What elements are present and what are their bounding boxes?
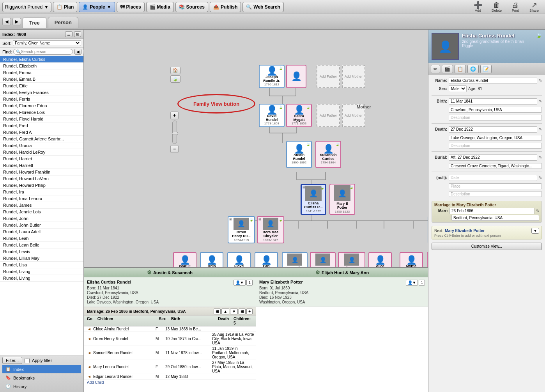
person-list-item[interactable]: Rundel, Gracia: [0, 142, 83, 149]
note-tool-btn[interactable]: 📝: [480, 65, 492, 73]
person-list-item[interactable]: Rundel, Howard LaVern: [0, 176, 83, 182]
next-dropdown-btn[interactable]: ▼: [531, 228, 539, 234]
websearch-btn[interactable]: 🔍 Web Search: [242, 2, 283, 12]
marr-place-value[interactable]: Bedford, Pennsylvania, USA: [451, 215, 539, 221]
person-list-item[interactable]: Rundel, Garnett Arlene Scarbr...: [0, 136, 83, 142]
person-list-item[interactable]: Rundel, Emma B: [0, 76, 83, 83]
child-go-btn[interactable]: ◄: [85, 327, 93, 331]
child-go-btn[interactable]: ◄: [85, 365, 93, 369]
left-person-count[interactable]: 1: [246, 280, 253, 286]
burial-edit-icon[interactable]: ✎: [539, 155, 542, 160]
person-list-item[interactable]: Rundel, Ferris: [0, 96, 83, 103]
child-go-btn[interactable]: ◄: [85, 351, 93, 355]
person-list-item[interactable]: Rundel, Laura Adell: [0, 229, 83, 235]
child-row[interactable]: ◄ Mary Lenora Rundel F 29 Oct 1880 in Io…: [84, 360, 256, 374]
node-unknown-f1[interactable]: 👤: [286, 65, 306, 88]
person-list-item[interactable]: Rundel, James: [0, 202, 83, 209]
node-pearl[interactable]: 👤 Pearl ERundel 1896-1992: [173, 252, 196, 267]
zoom-slider[interactable]: [172, 121, 177, 144]
index-view-btn[interactable]: ☰: [65, 31, 73, 37]
burial-place-value[interactable]: Crescent Grove Cemetery, Tigard, Washing…: [449, 163, 542, 169]
person-list-item[interactable]: Rundel, John Butler: [0, 222, 83, 229]
index-grid-btn[interactable]: ⊞: [74, 31, 81, 37]
person-list-item[interactable]: Rundel, Emma: [0, 69, 83, 76]
null-place-value[interactable]: Place: [449, 183, 542, 189]
media-tool-btn[interactable]: 🎬: [442, 65, 453, 73]
person-list-item[interactable]: Rundel, Howard Philip: [0, 182, 83, 189]
child-go-btn[interactable]: ◄: [85, 374, 93, 379]
birth-edit-icon[interactable]: ✎: [539, 99, 542, 103]
person-list-item[interactable]: Rundel, Howard Franklin: [0, 169, 83, 176]
child-go-btn[interactable]: ◄: [85, 337, 93, 341]
node-david[interactable]: 🍃 👤 DavidRundel 1773-1853: [259, 104, 285, 127]
forward-btn[interactable]: ▶: [12, 18, 21, 25]
node-orren[interactable]: 🍃 ⊞ 👤 OrrenHenry Ru... 1874-1919: [228, 216, 255, 243]
node-irma[interactable]: 👤 IrmaLenora R... 1907-1984: [310, 252, 336, 267]
right-person-action-1[interactable]: 👤▼: [406, 280, 418, 286]
person-list-item[interactable]: Rundel, Fred: [0, 122, 83, 129]
child-row[interactable]: ◄ Edgar Leonard Rundel M 12 May 1883: [84, 374, 256, 380]
birth-place-value[interactable]: Crawford, Pennsylvania, USA: [449, 107, 542, 113]
birth-desc-value[interactable]: Description: [449, 115, 542, 121]
person-list-item[interactable]: Rundel, Floyd Harold: [0, 116, 83, 122]
person-list-item[interactable]: Rundel, Harriett: [0, 162, 83, 169]
tab-person[interactable]: Person: [48, 17, 78, 28]
person-list-item[interactable]: Rundel, Lillian May: [0, 255, 83, 262]
marr-edit-icon[interactable]: ✎: [536, 209, 539, 213]
add-btn[interactable]: ➕ Add: [469, 1, 487, 13]
marriage-action-1[interactable]: ⊞: [214, 309, 221, 314]
home-btn[interactable]: 🏠: [170, 67, 180, 74]
leaf-btn[interactable]: 🍃: [170, 75, 180, 83]
copy-tool-btn[interactable]: 📋: [455, 65, 466, 73]
node-mary-e[interactable]: 🍃 👤 Mary EPotter 1850-1923: [329, 184, 355, 215]
person-list-item[interactable]: Rundel, Leah: [0, 235, 83, 242]
search-input-wrap[interactable]: 🔍: [13, 49, 73, 55]
apply-filter-checkbox[interactable]: [25, 358, 30, 363]
node-howard-f[interactable]: 👤 Howard FRundel 1904-1984: [282, 252, 308, 267]
person-list-item[interactable]: Rundel, Living: [0, 275, 83, 282]
media-btn[interactable]: 🎬 Media: [146, 2, 174, 12]
person-list-item[interactable]: Rundel, Irma Lenora: [0, 195, 83, 202]
node-earl[interactable]: 👤 EarlFreeman... 1901-1980: [255, 252, 278, 267]
sources-btn[interactable]: 📚 Sources: [175, 2, 208, 12]
person-list-item[interactable]: Rundel, Lean Belle: [0, 242, 83, 248]
node-joseph[interactable]: 🍃 👤 JosephRundle Jr. 1730-1812: [259, 65, 285, 88]
node-austin[interactable]: 🍃 👤 AustinRundel 1800-1892: [286, 141, 312, 168]
nav-bookmarks[interactable]: 🔖 Bookmarks: [2, 373, 81, 382]
node-dora[interactable]: 🍃 ⊞ 👤 Dora MaeChrysler 1873-1947: [257, 216, 284, 243]
node-mary-r[interactable]: 👤 MaryRundel 1905-: [427, 252, 428, 267]
marriage-down-btn[interactable]: ▼: [230, 309, 238, 314]
sort-select[interactable]: Family, Given Name: [13, 40, 81, 46]
person-list-item[interactable]: Rundel, Harriet: [0, 156, 83, 162]
node-sabra[interactable]: 🍃 👤 SabraMygatt 1771-1853: [286, 104, 312, 127]
prev-result-btn[interactable]: ◀: [74, 49, 81, 55]
sex-select[interactable]: Male: [449, 85, 467, 92]
person-list-item[interactable]: Rundel, Ira: [0, 189, 83, 195]
person-list-item[interactable]: Rundel, Lewis: [0, 248, 83, 255]
person-list-item[interactable]: Rundel, Florence Lois: [0, 109, 83, 116]
null-edit-icon[interactable]: ✎: [539, 176, 542, 180]
person-list-item[interactable]: Rundel, Florence Edna: [0, 103, 83, 109]
tab-tree[interactable]: Tree: [23, 17, 46, 28]
node-floyd[interactable]: 👤 FloydHarold R... 1899-1919: [227, 252, 251, 267]
zoom-out-btn[interactable]: −: [170, 145, 179, 153]
back-btn[interactable]: ◀: [2, 18, 11, 25]
death-edit-icon[interactable]: ✎: [539, 127, 542, 131]
nav-index[interactable]: 📋 Index: [2, 365, 81, 373]
death-date-value[interactable]: 27 Dec 1922: [449, 126, 537, 133]
person-list-item[interactable]: Rundel, Ettie: [0, 83, 83, 89]
marriage-action-2[interactable]: ⊞: [239, 309, 246, 314]
burial-date-value[interactable]: Aft. 27 Dec 1922: [449, 154, 537, 161]
node-orlin[interactable]: 👤 OrlinEugene R... 1897-1969: [200, 252, 223, 267]
node-elisha[interactable]: 🍃 ⊞ 👤 ElishaCurtiss R... 1841-1922: [301, 184, 326, 215]
person-list-item[interactable]: Rundel, John: [0, 215, 83, 222]
edit-btn[interactable]: ✏: [431, 65, 440, 73]
publish-btn[interactable]: 📤 Publish: [210, 2, 241, 12]
node-alice[interactable]: 👤 AliceEvelyn R... 1901-1988: [368, 252, 392, 267]
node-myrtle[interactable]: 👤 MyrtleRundel 1903-: [400, 252, 423, 267]
birth-date-value[interactable]: 11 Mar 1841: [449, 98, 537, 105]
node-susannah[interactable]: 🍃 👤 SusannahCurtiss 1794-1864: [315, 141, 341, 168]
null-date-value[interactable]: Date: [449, 175, 537, 181]
person-list-item[interactable]: Rundel, Jennie Lois: [0, 209, 83, 215]
tree-dropdown[interactable]: Riggworth Pruned ▼: [2, 2, 51, 12]
